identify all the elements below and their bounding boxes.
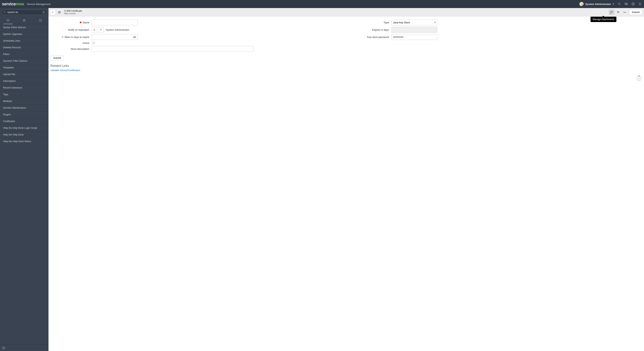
submit-button[interactable]: Submit <box>629 9 642 15</box>
nav-item[interactable]: Filters <box>0 51 48 58</box>
response-time-button[interactable] <box>637 76 641 81</box>
user-name: System Administrator <box>585 3 611 5</box>
avatar <box>580 2 584 6</box>
record-title: X.509 Certificate New record <box>64 9 82 15</box>
nav-item[interactable]: Templates <box>0 64 48 71</box>
clear-filter-button[interactable] <box>42 11 45 14</box>
brand-logo[interactable]: servicenow. <box>2 1 24 6</box>
svg-point-25 <box>100 29 101 30</box>
logo-text-now: now <box>16 1 24 6</box>
expires-field <box>392 27 438 32</box>
global-header: servicenow. Service Management System Ad… <box>0 0 644 8</box>
nav-tab-all[interactable] <box>0 16 16 24</box>
nav-item[interactable]: Help the Help Desk <box>0 131 48 138</box>
type-select[interactable] <box>392 19 438 25</box>
logo-text-service: service <box>2 1 16 6</box>
back-button[interactable] <box>50 9 56 15</box>
nav-item[interactable]: Modules <box>0 98 48 105</box>
check-icon <box>92 42 95 44</box>
label-warn: Warn in days to expire <box>64 36 89 38</box>
filter-input[interactable] <box>8 11 41 13</box>
optional-icon: ✱ <box>62 35 64 38</box>
svg-point-21 <box>624 12 624 12</box>
unlock-button[interactable] <box>92 27 97 32</box>
nav-item[interactable]: Recent Selections <box>0 84 48 91</box>
navigator-sidebar: Syntax Editor Macros System Upgrades Sch… <box>0 8 48 351</box>
submit-bottom-button[interactable]: Submit <box>50 55 64 61</box>
label-password: Key store password <box>367 36 389 38</box>
chat-icon[interactable] <box>624 2 628 6</box>
lock-icon <box>93 28 96 31</box>
attachments-button[interactable]: Manage Attachments <box>609 9 614 15</box>
nav-item[interactable]: Dynamic Filter Options <box>0 58 48 64</box>
more-icon <box>623 10 626 14</box>
caret-down-icon <box>612 4 614 4</box>
validate-link[interactable]: Validate Stores/Certificates <box>50 69 640 72</box>
personalize-button[interactable] <box>615 9 621 15</box>
nav-item[interactable]: Upload File <box>0 71 48 78</box>
form-toolbar: X.509 Certificate New record Manage Atta… <box>48 8 644 16</box>
sidebar-collapse-button[interactable] <box>0 345 48 351</box>
name-field[interactable] <box>92 19 138 25</box>
help-icon[interactable] <box>631 2 635 6</box>
nav-item[interactable]: Deleted Records <box>0 44 48 51</box>
nav-tab-favorites[interactable] <box>16 16 32 24</box>
nav-list[interactable]: Syntax Editor Macros System Upgrades Sch… <box>0 24 48 345</box>
warn-days-field[interactable] <box>92 34 138 40</box>
nav-item[interactable]: Help the Help Desk Login Script <box>0 125 48 131</box>
funnel-icon <box>3 11 6 13</box>
short-description-field[interactable] <box>92 46 254 52</box>
brand-title: Service Management <box>27 3 50 5</box>
search-icon[interactable] <box>617 2 622 6</box>
svg-point-13 <box>2 347 5 349</box>
sliders-icon <box>616 10 620 14</box>
paperclip-icon <box>610 10 613 14</box>
nav-tabs <box>0 16 48 24</box>
user-menu[interactable]: System Administrator <box>580 2 614 6</box>
required-icon: ✱ <box>80 21 82 24</box>
label-type: Type <box>384 21 389 24</box>
filter-box[interactable] <box>2 9 47 15</box>
context-menu-button[interactable] <box>56 9 62 15</box>
add-me-button[interactable] <box>98 27 104 32</box>
svg-rect-3 <box>626 4 628 5</box>
label-name: Name <box>82 21 89 24</box>
svg-point-6 <box>640 4 640 4</box>
more-actions-button[interactable] <box>622 9 628 15</box>
nav-item[interactable]: Scheduled Jobs <box>0 37 48 44</box>
tooltip: Manage Attachments <box>590 17 616 22</box>
nav-item[interactable]: Interceptors <box>0 78 48 84</box>
record-state: New record <box>64 12 82 15</box>
notify-value: System Administrator <box>106 28 130 31</box>
collapse-icon <box>2 346 5 350</box>
record-type: X.509 Certificate <box>64 9 82 12</box>
label-notify: Notify on expiration <box>68 28 89 31</box>
svg-rect-10 <box>7 19 9 21</box>
person-icon <box>100 28 102 31</box>
nav-item[interactable]: Number Maintenance <box>0 105 48 111</box>
related-links-heading: Related Links <box>50 64 640 68</box>
nav-item[interactable]: Tags <box>0 91 48 98</box>
svg-point-0 <box>618 3 620 4</box>
label-active: Active <box>82 41 89 44</box>
svg-point-5 <box>633 4 633 5</box>
main-content: X.509 Certificate New record Manage Atta… <box>48 8 644 351</box>
active-checkbox[interactable] <box>92 41 95 44</box>
nav-item[interactable]: Plugins <box>0 111 48 118</box>
form-area: ✱Name Type Notify on expiration <box>48 16 644 351</box>
nav-item[interactable]: System Upgrades <box>0 31 48 37</box>
nav-item[interactable]: Certificates <box>0 118 48 125</box>
svg-rect-24 <box>94 29 95 30</box>
keystore-password-field[interactable] <box>392 34 438 40</box>
nav-tab-history[interactable] <box>32 16 48 24</box>
svg-point-23 <box>625 12 626 12</box>
label-expires: Expires in days <box>372 28 389 31</box>
nav-item[interactable]: Help the Help Desk Status <box>0 138 48 145</box>
svg-point-22 <box>624 12 625 12</box>
svg-line-1 <box>620 4 620 5</box>
gear-icon[interactable] <box>638 2 642 6</box>
nav-item[interactable]: Syntax Editor Macros <box>0 24 48 31</box>
label-shortdesc: Short description <box>70 47 89 50</box>
